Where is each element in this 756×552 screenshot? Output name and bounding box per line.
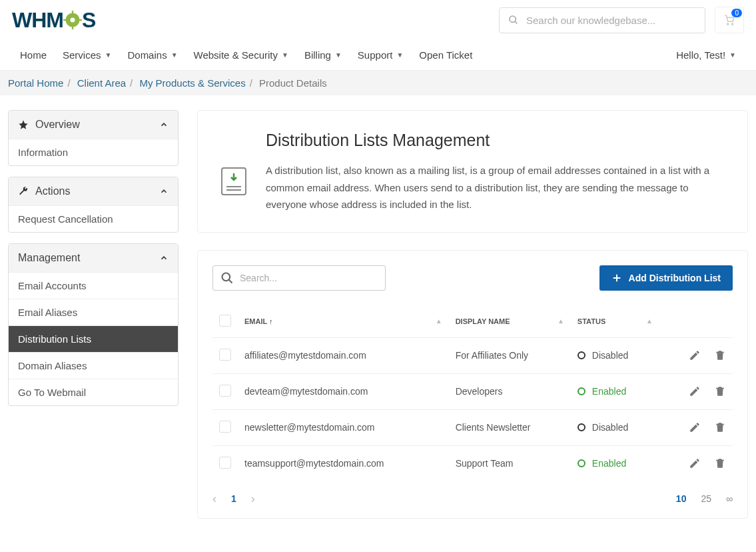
- select-all-checkbox[interactable]: [219, 315, 231, 327]
- star-icon: [18, 119, 29, 130]
- svg-point-13: [222, 273, 230, 281]
- sidebar-item-email-accounts[interactable]: Email Accounts: [9, 272, 178, 299]
- pagination: ‹ 1 › 10 25 ∞: [212, 481, 733, 518]
- cell-display-name: Support Team: [449, 445, 571, 481]
- page-size-25[interactable]: 25: [701, 493, 711, 504]
- page-title: Distribution Lists Management: [266, 131, 725, 150]
- svg-line-7: [515, 21, 517, 23]
- page-size-all[interactable]: ∞: [726, 493, 733, 504]
- crumb-portal-home[interactable]: Portal Home: [8, 77, 63, 89]
- svg-rect-3: [72, 26, 73, 29]
- edit-button[interactable]: [689, 421, 701, 433]
- page-next[interactable]: ›: [251, 492, 255, 506]
- search-icon: [508, 15, 519, 25]
- delete-button[interactable]: [714, 457, 726, 469]
- cell-status: Enabled: [577, 458, 653, 469]
- col-status[interactable]: STATUS▲: [571, 305, 659, 338]
- nav-billing[interactable]: Billing▼: [296, 40, 350, 70]
- nav-domains[interactable]: Domains▼: [119, 40, 185, 70]
- delete-button[interactable]: [714, 349, 726, 361]
- panel-actions: Actions Request Cancellation: [8, 177, 179, 233]
- panel-actions-header[interactable]: Actions: [9, 177, 178, 205]
- panel-management-header[interactable]: Management: [9, 244, 178, 272]
- sidebar-item-domain-aliases[interactable]: Domain Aliases: [9, 352, 178, 379]
- page-1[interactable]: 1: [231, 493, 236, 504]
- panel-overview: Overview Information: [8, 110, 179, 166]
- delete-button[interactable]: [714, 385, 726, 397]
- page-prev[interactable]: ‹: [212, 492, 216, 506]
- col-display-name[interactable]: DISPLAY NAME▲: [449, 305, 571, 338]
- search-icon: [220, 271, 234, 285]
- sidebar-item-request-cancellation[interactable]: Request Cancellation: [9, 205, 178, 232]
- row-checkbox[interactable]: [219, 421, 231, 433]
- nav-services[interactable]: Services▼: [55, 40, 119, 70]
- table-row: affiliates@mytestdomain.com For Affiliat…: [212, 337, 733, 373]
- svg-rect-4: [63, 19, 67, 21]
- svg-point-8: [727, 23, 729, 25]
- table-row: devteam@mytestdomain.com Developers Enab…: [212, 373, 733, 409]
- edit-button[interactable]: [689, 457, 701, 469]
- wrench-icon: [18, 186, 29, 197]
- table-search: [212, 265, 386, 291]
- main-nav: Home Services▼ Domains▼ Website & Securi…: [12, 40, 480, 70]
- distribution-list-icon: [220, 167, 247, 213]
- cell-display-name: For Affiliates Only: [449, 337, 571, 373]
- logo[interactable]: WHMS: [12, 8, 95, 33]
- sidebar-item-email-aliases[interactable]: Email Aliases: [9, 299, 178, 325]
- edit-button[interactable]: [689, 349, 701, 361]
- nav-support[interactable]: Support▼: [350, 40, 411, 70]
- nav-website-security[interactable]: Website & Security▼: [186, 40, 296, 70]
- page-size-10[interactable]: 10: [676, 493, 687, 504]
- row-checkbox[interactable]: [219, 385, 231, 397]
- svg-point-9: [731, 23, 733, 25]
- table-row: newsletter@mytestdomain.com Clients News…: [212, 409, 733, 445]
- kb-search-input[interactable]: [499, 7, 705, 33]
- cell-email: affiliates@mytestdomain.com: [238, 337, 449, 373]
- table-search-input[interactable]: [212, 265, 386, 291]
- panel-management: Management Email Accounts Email Aliases …: [8, 243, 179, 406]
- cell-email: teamsupport@mytestdomain.com: [238, 445, 449, 481]
- add-distribution-list-button[interactable]: Add Distribution List: [599, 265, 733, 291]
- row-checkbox[interactable]: [219, 457, 231, 469]
- cell-status: Enabled: [577, 386, 653, 397]
- sidebar-item-distribution-lists[interactable]: Distribution Lists: [9, 325, 178, 352]
- svg-point-6: [510, 16, 516, 22]
- chevron-up-icon: [159, 120, 169, 129]
- cart-badge: 0: [731, 9, 742, 17]
- breadcrumb: Portal Home/ Client Area/ My Products & …: [0, 71, 756, 95]
- nav-open-ticket[interactable]: Open Ticket: [411, 40, 480, 70]
- svg-rect-2: [72, 11, 73, 14]
- table-row: teamsupport@mytestdomain.com Support Tea…: [212, 445, 733, 481]
- user-menu[interactable]: Hello, Test!▼: [668, 40, 744, 70]
- cart-button[interactable]: 0: [715, 7, 744, 33]
- crumb-current: Product Details: [259, 77, 327, 89]
- chevron-up-icon: [159, 253, 169, 263]
- footer: Powered by WHMCompleteSolution: [0, 539, 756, 553]
- crumb-products[interactable]: My Products & Services: [139, 77, 245, 89]
- cell-status: Disabled: [577, 350, 653, 361]
- cell-display-name: Developers: [449, 373, 571, 409]
- kb-search: [499, 7, 705, 33]
- cell-status: Disabled: [577, 422, 653, 433]
- sidebar-item-information[interactable]: Information: [9, 139, 178, 165]
- crumb-client-area[interactable]: Client Area: [77, 77, 126, 89]
- gear-icon: [63, 11, 82, 29]
- sidebar-item-go-to-webmail[interactable]: Go To Webmail: [9, 379, 178, 405]
- panel-overview-header[interactable]: Overview: [9, 111, 178, 139]
- cell-display-name: Clients Newsletter: [449, 409, 571, 445]
- row-checkbox[interactable]: [219, 349, 231, 361]
- svg-line-14: [229, 279, 232, 283]
- distribution-lists-table: EMAIL ↑▲ DISPLAY NAME▲ STATUS▲ affiliate…: [212, 305, 733, 481]
- chevron-up-icon: [159, 187, 169, 196]
- edit-button[interactable]: [689, 385, 701, 397]
- cell-email: devteam@mytestdomain.com: [238, 373, 449, 409]
- plus-icon: [611, 273, 622, 283]
- col-email[interactable]: EMAIL ↑▲: [238, 305, 449, 338]
- page-description: A distribution list, also known as a mai…: [266, 162, 725, 213]
- nav-home[interactable]: Home: [12, 40, 55, 70]
- cell-email: newsletter@mytestdomain.com: [238, 409, 449, 445]
- svg-point-1: [70, 18, 75, 23]
- delete-button[interactable]: [714, 421, 726, 433]
